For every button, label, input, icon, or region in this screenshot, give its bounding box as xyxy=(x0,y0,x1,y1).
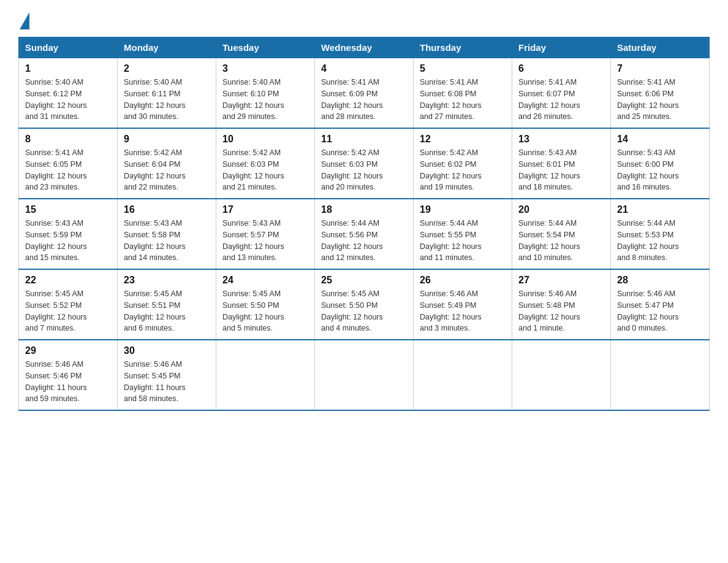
day-number: 2 xyxy=(124,63,210,74)
day-number: 29 xyxy=(25,345,111,356)
day-info: Sunrise: 5:46 AMSunset: 5:45 PMDaylight:… xyxy=(124,359,210,405)
calendar-cell: 9Sunrise: 5:42 AMSunset: 6:04 PMDaylight… xyxy=(118,128,216,199)
day-number: 24 xyxy=(222,275,308,286)
day-info: Sunrise: 5:44 AMSunset: 5:55 PMDaylight:… xyxy=(420,218,506,264)
calendar-header-wednesday: Wednesday xyxy=(315,37,414,58)
day-number: 4 xyxy=(321,63,407,74)
calendar-header-monday: Monday xyxy=(118,37,216,58)
calendar-header-row: SundayMondayTuesdayWednesdayThursdayFrid… xyxy=(19,37,710,58)
calendar-cell: 18Sunrise: 5:44 AMSunset: 5:56 PMDayligh… xyxy=(315,199,414,269)
calendar-cell: 24Sunrise: 5:45 AMSunset: 5:50 PMDayligh… xyxy=(216,269,315,340)
day-info: Sunrise: 5:43 AMSunset: 5:58 PMDaylight:… xyxy=(124,218,210,264)
calendar-cell: 28Sunrise: 5:46 AMSunset: 5:47 PMDayligh… xyxy=(611,269,710,340)
calendar-cell: 25Sunrise: 5:45 AMSunset: 5:50 PMDayligh… xyxy=(315,269,414,340)
logo xyxy=(18,12,31,27)
day-number: 18 xyxy=(321,204,407,215)
day-info: Sunrise: 5:45 AMSunset: 5:50 PMDaylight:… xyxy=(222,288,308,334)
day-number: 20 xyxy=(518,204,604,215)
calendar-cell xyxy=(216,340,315,410)
day-info: Sunrise: 5:41 AMSunset: 6:06 PMDaylight:… xyxy=(617,77,703,123)
day-number: 23 xyxy=(124,275,210,286)
day-info: Sunrise: 5:41 AMSunset: 6:08 PMDaylight:… xyxy=(420,77,506,123)
day-number: 17 xyxy=(222,204,308,215)
day-info: Sunrise: 5:46 AMSunset: 5:46 PMDaylight:… xyxy=(25,359,111,405)
calendar-cell: 14Sunrise: 5:43 AMSunset: 6:00 PMDayligh… xyxy=(611,128,710,199)
calendar-cell: 26Sunrise: 5:46 AMSunset: 5:49 PMDayligh… xyxy=(414,269,512,340)
calendar-cell: 2Sunrise: 5:40 AMSunset: 6:11 PMDaylight… xyxy=(118,58,216,129)
calendar-cell: 15Sunrise: 5:43 AMSunset: 5:59 PMDayligh… xyxy=(19,199,118,269)
day-info: Sunrise: 5:44 AMSunset: 5:56 PMDaylight:… xyxy=(321,218,407,264)
day-info: Sunrise: 5:41 AMSunset: 6:05 PMDaylight:… xyxy=(25,147,111,193)
day-info: Sunrise: 5:43 AMSunset: 6:01 PMDaylight:… xyxy=(518,147,604,193)
calendar-week-row: 15Sunrise: 5:43 AMSunset: 5:59 PMDayligh… xyxy=(19,199,710,269)
calendar-cell: 11Sunrise: 5:42 AMSunset: 6:03 PMDayligh… xyxy=(315,128,414,199)
calendar-week-row: 29Sunrise: 5:46 AMSunset: 5:46 PMDayligh… xyxy=(19,340,710,410)
day-number: 10 xyxy=(222,134,308,145)
calendar-header-saturday: Saturday xyxy=(611,37,710,58)
calendar-cell: 29Sunrise: 5:46 AMSunset: 5:46 PMDayligh… xyxy=(19,340,118,410)
calendar-cell: 22Sunrise: 5:45 AMSunset: 5:52 PMDayligh… xyxy=(19,269,118,340)
day-info: Sunrise: 5:41 AMSunset: 6:09 PMDaylight:… xyxy=(321,77,407,123)
day-info: Sunrise: 5:45 AMSunset: 5:52 PMDaylight:… xyxy=(25,288,111,334)
calendar-cell: 7Sunrise: 5:41 AMSunset: 6:06 PMDaylight… xyxy=(611,58,710,129)
calendar-cell: 8Sunrise: 5:41 AMSunset: 6:05 PMDaylight… xyxy=(19,128,118,199)
day-number: 21 xyxy=(617,204,703,215)
day-number: 3 xyxy=(222,63,308,74)
calendar-header-thursday: Thursday xyxy=(414,37,512,58)
calendar-cell: 4Sunrise: 5:41 AMSunset: 6:09 PMDaylight… xyxy=(315,58,414,129)
day-info: Sunrise: 5:43 AMSunset: 5:59 PMDaylight:… xyxy=(25,218,111,264)
calendar-header-friday: Friday xyxy=(512,37,611,58)
day-number: 7 xyxy=(617,63,703,74)
logo-triangle-icon xyxy=(20,12,29,29)
day-info: Sunrise: 5:46 AMSunset: 5:49 PMDaylight:… xyxy=(420,288,506,334)
day-number: 28 xyxy=(617,275,703,286)
day-info: Sunrise: 5:42 AMSunset: 6:02 PMDaylight:… xyxy=(420,147,506,193)
day-info: Sunrise: 5:46 AMSunset: 5:48 PMDaylight:… xyxy=(518,288,604,334)
day-number: 16 xyxy=(124,204,210,215)
day-number: 9 xyxy=(124,134,210,145)
day-number: 22 xyxy=(25,275,111,286)
calendar-cell: 23Sunrise: 5:45 AMSunset: 5:51 PMDayligh… xyxy=(118,269,216,340)
day-info: Sunrise: 5:42 AMSunset: 6:03 PMDaylight:… xyxy=(321,147,407,193)
day-number: 25 xyxy=(321,275,407,286)
day-number: 11 xyxy=(321,134,407,145)
day-info: Sunrise: 5:46 AMSunset: 5:47 PMDaylight:… xyxy=(617,288,703,334)
calendar-cell: 20Sunrise: 5:44 AMSunset: 5:54 PMDayligh… xyxy=(512,199,611,269)
day-number: 8 xyxy=(25,134,111,145)
calendar-cell: 12Sunrise: 5:42 AMSunset: 6:02 PMDayligh… xyxy=(414,128,512,199)
calendar-cell: 6Sunrise: 5:41 AMSunset: 6:07 PMDaylight… xyxy=(512,58,611,129)
day-number: 1 xyxy=(25,63,111,74)
calendar-header-sunday: Sunday xyxy=(19,37,118,58)
calendar-cell: 27Sunrise: 5:46 AMSunset: 5:48 PMDayligh… xyxy=(512,269,611,340)
calendar-table: SundayMondayTuesdayWednesdayThursdayFrid… xyxy=(18,37,710,411)
page-header xyxy=(18,12,710,27)
calendar-week-row: 1Sunrise: 5:40 AMSunset: 6:12 PMDaylight… xyxy=(19,58,710,129)
calendar-week-row: 8Sunrise: 5:41 AMSunset: 6:05 PMDaylight… xyxy=(19,128,710,199)
calendar-cell: 17Sunrise: 5:43 AMSunset: 5:57 PMDayligh… xyxy=(216,199,315,269)
day-info: Sunrise: 5:43 AMSunset: 5:57 PMDaylight:… xyxy=(222,218,308,264)
day-number: 14 xyxy=(617,134,703,145)
day-info: Sunrise: 5:41 AMSunset: 6:07 PMDaylight:… xyxy=(518,77,604,123)
calendar-cell xyxy=(315,340,414,410)
day-number: 12 xyxy=(420,134,506,145)
calendar-cell: 3Sunrise: 5:40 AMSunset: 6:10 PMDaylight… xyxy=(216,58,315,129)
calendar-cell: 19Sunrise: 5:44 AMSunset: 5:55 PMDayligh… xyxy=(414,199,512,269)
day-info: Sunrise: 5:44 AMSunset: 5:53 PMDaylight:… xyxy=(617,218,703,264)
calendar-cell: 1Sunrise: 5:40 AMSunset: 6:12 PMDaylight… xyxy=(19,58,118,129)
calendar-cell: 21Sunrise: 5:44 AMSunset: 5:53 PMDayligh… xyxy=(611,199,710,269)
day-number: 13 xyxy=(518,134,604,145)
calendar-cell: 30Sunrise: 5:46 AMSunset: 5:45 PMDayligh… xyxy=(118,340,216,410)
calendar-week-row: 22Sunrise: 5:45 AMSunset: 5:52 PMDayligh… xyxy=(19,269,710,340)
day-number: 27 xyxy=(518,275,604,286)
calendar-cell: 10Sunrise: 5:42 AMSunset: 6:03 PMDayligh… xyxy=(216,128,315,199)
day-info: Sunrise: 5:40 AMSunset: 6:10 PMDaylight:… xyxy=(222,77,308,123)
day-number: 6 xyxy=(518,63,604,74)
day-number: 5 xyxy=(420,63,506,74)
day-number: 30 xyxy=(124,345,210,356)
day-info: Sunrise: 5:45 AMSunset: 5:50 PMDaylight:… xyxy=(321,288,407,334)
calendar-cell: 13Sunrise: 5:43 AMSunset: 6:01 PMDayligh… xyxy=(512,128,611,199)
day-number: 26 xyxy=(420,275,506,286)
day-info: Sunrise: 5:40 AMSunset: 6:11 PMDaylight:… xyxy=(124,77,210,123)
calendar-cell xyxy=(512,340,611,410)
calendar-cell: 16Sunrise: 5:43 AMSunset: 5:58 PMDayligh… xyxy=(118,199,216,269)
